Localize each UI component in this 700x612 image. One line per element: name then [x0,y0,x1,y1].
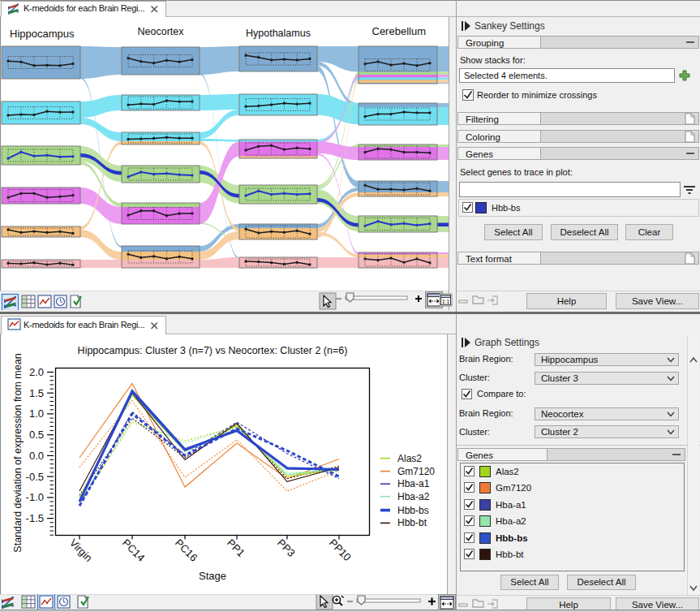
svg-text:Alas2: Alas2 [397,453,422,464]
svg-text:Cerebellum: Cerebellum [372,25,426,37]
svg-text:Hbb-bs: Hbb-bs [397,505,429,516]
svg-text:Stage: Stage [199,570,226,582]
svg-text:PP10: PP10 [327,537,354,563]
svg-text:Hba-a1: Hba-a1 [397,478,430,489]
svg-text:Hba-a2: Hba-a2 [397,491,430,502]
svg-text:1.0: 1.0 [29,407,44,420]
svg-text:-1.0: -1.0 [26,491,44,503]
svg-text:Standard deviation of expressi: Standard deviation of expression from me… [12,353,24,552]
svg-text:Hippocampus: Cluster 3 (n=7) v: Hippocampus: Cluster 3 (n=7) vs Neocorte… [78,345,348,356]
svg-text:Gm7120: Gm7120 [397,466,435,477]
svg-text:Neocortex: Neocortex [138,26,185,37]
svg-text:PC14: PC14 [120,537,148,564]
svg-text:PP3: PP3 [275,537,298,559]
svg-text:Hypothalamus: Hypothalamus [246,28,311,39]
svg-text:1:1: 1:1 [442,299,450,304]
svg-text:-1.5: -1.5 [26,512,44,524]
svg-text:Virgin: Virgin [67,537,95,564]
svg-text:PP1: PP1 [225,537,247,559]
svg-text:-0.5: -0.5 [26,471,44,483]
svg-text:0.5: 0.5 [29,429,44,441]
svg-text:Hippocampus: Hippocampus [10,28,75,40]
svg-text:2.0: 2.0 [29,366,44,378]
svg-text:Hbb-bt: Hbb-bt [397,517,427,528]
svg-text:0.0: 0.0 [29,450,44,462]
svg-text:PC16: PC16 [173,537,200,564]
svg-text:1.5: 1.5 [29,387,44,399]
